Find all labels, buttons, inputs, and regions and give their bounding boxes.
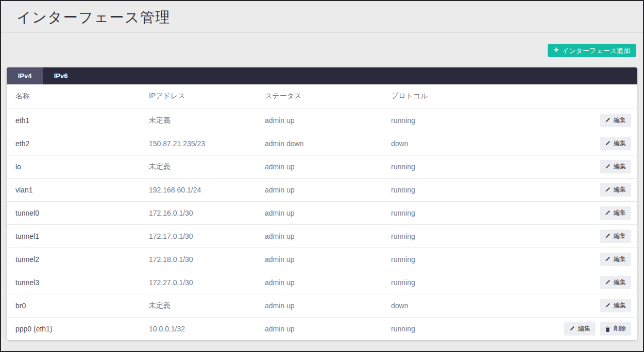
pencil-icon [605, 210, 611, 216]
pencil-icon [605, 164, 611, 169]
cell-status: admin down [256, 132, 382, 155]
cell-ip: 未定義 [140, 109, 256, 132]
table-header-row: 名称IPアドレスステータスプロトコル [7, 84, 637, 109]
cell-actions: 編集 [527, 248, 637, 271]
cell-protocol: down [382, 132, 527, 155]
table-row: tunnel1172.17.0.1/30admin uprunning編集 [7, 224, 637, 248]
add-interface-button[interactable]: + インターフェース追加 [548, 44, 636, 57]
pencil-icon [605, 303, 611, 308]
cell-name: tunnel0 [7, 201, 140, 224]
cell-actions: 編集 [527, 155, 637, 178]
edit-button[interactable]: 編集 [600, 299, 631, 312]
cell-actions: 編集 [527, 201, 637, 224]
edit-button-label: 編集 [614, 139, 626, 148]
cell-ip: 150.87.21.235/23 [140, 132, 256, 155]
table-row: lo未定義admin uprunning編集 [7, 155, 637, 178]
edit-button-label: 編集 [614, 162, 626, 171]
page-title: インターフェース管理 [16, 8, 643, 27]
cell-status: admin up [256, 224, 382, 248]
edit-button[interactable]: 編集 [600, 114, 631, 127]
cell-protocol: running [382, 109, 527, 132]
page-header: インターフェース管理 [1, 1, 643, 33]
cell-actions: 編集削除 [527, 317, 637, 340]
table-row: vlan1192.168.60.1/24admin uprunning編集 [7, 178, 637, 201]
cell-actions: 編集 [527, 224, 637, 248]
cell-name: lo [7, 155, 140, 178]
edit-button[interactable]: 編集 [600, 276, 631, 289]
column-header: プロトコル [382, 84, 527, 109]
edit-button-label: 編集 [614, 116, 626, 125]
edit-button[interactable]: 編集 [564, 322, 596, 336]
cell-status: admin up [256, 109, 382, 132]
column-header-actions [527, 84, 637, 109]
table-row: ppp0 (eth1)10.0.0.1/32admin uprunning編集削… [7, 317, 637, 340]
cell-protocol: running [382, 248, 527, 271]
column-header: ステータス [256, 84, 382, 109]
table-row: eth2150.87.21.235/23admin downdown編集 [7, 132, 637, 155]
cell-ip: 未定義 [140, 155, 256, 178]
delete-button-label: 削除 [614, 324, 626, 333]
cell-protocol: running [382, 317, 527, 340]
cell-protocol: running [382, 224, 527, 248]
cell-ip: 172.18.0.1/30 [140, 248, 256, 271]
pencil-icon [605, 233, 611, 239]
interface-panel: IPv4IPv6 名称IPアドレスステータスプロトコル eth1未定義admin… [7, 67, 637, 340]
edit-button-label: 編集 [614, 278, 626, 287]
cell-actions: 編集 [527, 271, 637, 294]
table-row: eth1未定義admin uprunning編集 [7, 109, 637, 132]
table-row: tunnel3172.27.0.1/30admin uprunning編集 [7, 271, 637, 294]
cell-ip: 未定義 [140, 294, 256, 317]
cell-status: admin up [256, 155, 382, 178]
cell-name: tunnel1 [7, 224, 140, 248]
cell-status: admin up [256, 201, 382, 224]
cell-actions: 編集 [527, 132, 637, 155]
cell-name: eth1 [7, 109, 140, 132]
edit-button[interactable]: 編集 [600, 160, 631, 173]
cell-ip: 172.27.0.1/30 [140, 271, 256, 294]
cell-status: admin up [256, 248, 382, 271]
edit-button-label: 編集 [614, 255, 626, 263]
cell-status: admin up [256, 294, 382, 317]
cell-name: tunnel2 [7, 248, 140, 271]
edit-button[interactable]: 編集 [600, 183, 631, 197]
pencil-icon [605, 256, 611, 262]
cell-protocol: running [382, 201, 527, 224]
table-row: tunnel2172.18.0.1/30admin uprunning編集 [7, 248, 637, 271]
cell-actions: 編集 [527, 294, 637, 317]
cell-name: ppp0 (eth1) [7, 317, 140, 340]
cell-actions: 編集 [527, 109, 637, 132]
table-row: br0未定義admin updown編集 [7, 294, 637, 317]
tab-ipv4[interactable]: IPv4 [7, 67, 43, 84]
edit-button[interactable]: 編集 [600, 253, 631, 266]
edit-button-label: 編集 [614, 301, 626, 310]
cell-ip: 192.168.60.1/24 [140, 178, 256, 201]
edit-button[interactable]: 編集 [600, 206, 631, 220]
edit-button-label: 編集 [614, 185, 626, 194]
interface-table: 名称IPアドレスステータスプロトコル eth1未定義admin uprunnin… [7, 84, 637, 340]
cell-actions: 編集 [527, 178, 637, 201]
cell-name: tunnel3 [7, 271, 140, 294]
edit-button-label: 編集 [614, 208, 626, 217]
add-interface-button-label: インターフェース追加 [562, 47, 630, 54]
edit-button-label: 編集 [614, 232, 626, 240]
tab-ipv6[interactable]: IPv6 [43, 67, 79, 84]
edit-button-label: 編集 [578, 324, 590, 333]
cell-name: br0 [7, 294, 140, 317]
cell-protocol: running [382, 155, 527, 178]
cell-protocol: running [382, 178, 527, 201]
tab-bar: IPv4IPv6 [7, 67, 637, 84]
edit-button[interactable]: 編集 [600, 230, 631, 243]
plus-icon: + [554, 46, 558, 54]
edit-button[interactable]: 編集 [600, 137, 631, 150]
trash-icon [605, 326, 611, 332]
cell-name: vlan1 [7, 178, 140, 201]
cell-protocol: down [382, 294, 527, 317]
table-row: tunnel0172.16.0.1/30admin uprunning編集 [7, 201, 637, 224]
delete-button[interactable]: 削除 [600, 322, 631, 336]
pencil-icon [605, 117, 611, 123]
column-header: 名称 [7, 84, 140, 109]
pencil-icon [605, 187, 611, 192]
cell-status: admin up [256, 178, 382, 201]
pencil-icon [569, 326, 575, 331]
cell-name: eth2 [7, 132, 140, 155]
